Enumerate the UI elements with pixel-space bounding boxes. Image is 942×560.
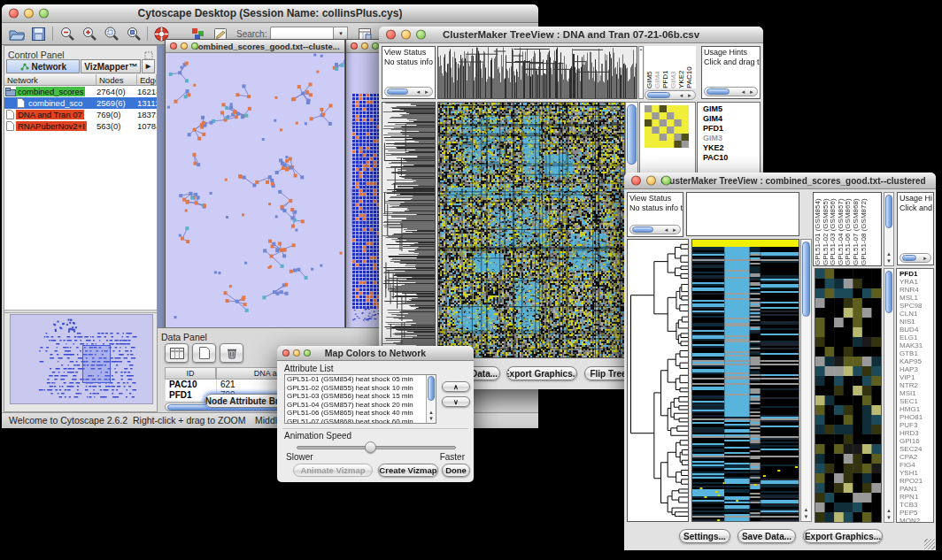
animation-speed-slider[interactable]	[297, 446, 456, 449]
tv1-left-dendrogram[interactable]	[382, 102, 436, 358]
column-header-edges[interactable]: Edges	[137, 74, 157, 86]
column-header-network[interactable]: Network	[4, 74, 97, 86]
tv1-mini-heatmap[interactable]	[645, 105, 689, 148]
move-down-button[interactable]: ∨	[442, 396, 470, 407]
network-list-row[interactable]: combined_sco2569(6)13112(15)	[4, 97, 157, 109]
delete-attribute-button[interactable]	[220, 343, 243, 363]
scrollbar-thumb[interactable]	[647, 92, 670, 98]
network-list-row[interactable]: RNAPuberNov2+I563(0)107847(0)	[4, 120, 157, 132]
export-graphics-button[interactable]: Export Graphics...	[803, 529, 883, 543]
tv2-labels-vscrollbar[interactable]: ▲ ▼	[884, 192, 894, 266]
zoom-button[interactable]	[372, 42, 379, 50]
zoom-out-button[interactable]	[56, 25, 78, 43]
minimize-button[interactable]	[293, 349, 300, 357]
tab-vizmapper[interactable]: VizMapper™	[81, 59, 141, 73]
minimize-button[interactable]	[24, 9, 34, 19]
scrollbar-thumb[interactable]	[802, 242, 810, 317]
attribute-list[interactable]: GPL51-01 (GSM854) heat shock 05 minGPL51…	[284, 374, 436, 424]
tv2-detail-vscrollbar[interactable]: ▲ ▼	[884, 268, 894, 523]
scrollbar-thumb[interactable]	[627, 104, 637, 165]
network-canvas-1[interactable]	[166, 53, 344, 329]
slider-thumb[interactable]	[365, 441, 376, 453]
animate-vizmap-button[interactable]: Animate Vizmap	[293, 464, 373, 477]
zoom-fit-button[interactable]	[122, 25, 144, 43]
export-graphics-button[interactable]: Export Graphics...	[506, 366, 577, 380]
zoom-in-button[interactable]	[78, 25, 100, 43]
float-panel-icon[interactable]	[144, 48, 153, 64]
tv1-top-dendrogram[interactable]	[437, 46, 637, 99]
usage-hints-hscrollbar[interactable]: ►	[900, 253, 931, 263]
zoom-selected-button[interactable]	[100, 25, 122, 43]
new-attribute-button[interactable]	[192, 343, 216, 363]
attribute-list-vscrollbar[interactable]: ▲ ▼	[426, 375, 436, 423]
zoom-button[interactable]	[191, 42, 198, 50]
save-session-button[interactable]	[27, 25, 50, 43]
scroll-down-arrow[interactable]: ▼	[801, 514, 811, 520]
close-button[interactable]	[282, 349, 290, 357]
tv2-heatmap-vscrollbar[interactable]: ▲ ▼	[800, 239, 812, 522]
close-button[interactable]	[386, 30, 396, 40]
view-status-hscrollbar[interactable]: ◄ ►	[384, 87, 433, 96]
usage-hints-hscrollbar[interactable]: ◄ ►	[704, 87, 758, 96]
minimize-button[interactable]	[646, 176, 656, 186]
tab-network[interactable]: Network	[6, 59, 80, 73]
settings-button[interactable]: Settings...	[679, 529, 730, 543]
minimize-button[interactable]	[361, 42, 368, 50]
column-header-nodes[interactable]: Nodes	[97, 74, 137, 86]
close-button[interactable]	[631, 176, 641, 186]
tv2-left-dendrogram[interactable]	[627, 239, 689, 522]
attribute-list-item[interactable]: GPL51-07 (GSM868) heat shock 60 min	[285, 418, 436, 425]
view-status-hscrollbar[interactable]: ◄ ►	[629, 225, 681, 234]
open-session-button[interactable]	[5, 25, 27, 43]
minimize-button[interactable]	[401, 30, 411, 40]
scrollbar-thumb[interactable]	[902, 255, 916, 261]
scrollbar-thumb[interactable]	[885, 195, 892, 228]
attribute-list-item[interactable]: GPL51-06 (GSM865) heat shock 40 min	[285, 409, 436, 418]
tv2-detail-heatmap[interactable]	[815, 268, 882, 523]
attribute-select-button[interactable]	[165, 343, 189, 363]
done-button[interactable]: Done	[442, 464, 470, 477]
resize-grip[interactable]	[924, 539, 935, 549]
attribute-list-item[interactable]: GPL51-03 (GSM856) heat shock 15 min	[285, 392, 436, 401]
zoom-button[interactable]	[304, 349, 311, 357]
minimize-button[interactable]	[181, 42, 188, 50]
attribute-list-item[interactable]: GPL51-02 (GSM855) heat shock 10 min	[285, 384, 436, 393]
zoom-button[interactable]	[416, 30, 426, 40]
create-vizmap-button[interactable]: Create Vizmap	[378, 464, 438, 477]
cytoscape-titlebar[interactable]: Cytoscape Desktop (Session Name: collins…	[2, 4, 538, 23]
scrollbar-thumb[interactable]	[428, 376, 435, 401]
tv1-labels-hscrollbar[interactable]: ◄ ►	[645, 90, 696, 100]
zoom-button[interactable]	[661, 176, 671, 186]
treeview2-titlebar[interactable]: ClusterMaker TreeView : combined_scores_…	[624, 173, 936, 189]
data-column-id[interactable]: ID	[165, 367, 216, 380]
network-window-titlebar[interactable]: combined_scores_good.txt--cluste...	[166, 40, 344, 53]
save-data-button[interactable]: Save Data...	[737, 529, 796, 543]
attribute-list-item[interactable]: GPL51-04 (GSM857) heat shock 20 min	[285, 401, 436, 410]
scroll-down-arrow[interactable]: ▼	[884, 258, 893, 265]
scroll-up-arrow[interactable]: ▲	[427, 410, 436, 416]
close-button[interactable]	[351, 42, 358, 50]
close-button[interactable]	[9, 9, 19, 19]
close-button[interactable]	[170, 42, 177, 50]
attribute-list-item[interactable]: GPL51-01 (GSM854) heat shock 05 min	[285, 375, 436, 384]
scroll-down-arrow[interactable]: ▼	[884, 515, 893, 521]
dialog-titlebar[interactable]: Map Colors to Network	[277, 346, 474, 361]
birdseye-view[interactable]	[10, 314, 153, 404]
scrollbar-thumb[interactable]	[706, 88, 730, 95]
network-list-row[interactable]: DNA and Tran 07769(0)183728(0)	[4, 109, 157, 120]
scroll-down-arrow[interactable]: ▼	[427, 416, 436, 422]
network-list-row[interactable]: combined_scores2764(0)16218(0)	[4, 86, 157, 97]
scrollbar-thumb[interactable]	[632, 226, 653, 233]
scroll-up-arrow[interactable]: ▲	[884, 508, 893, 514]
tv2-top-dendrogram-area[interactable]	[686, 192, 799, 236]
zoom-button[interactable]	[39, 9, 49, 19]
scroll-up-arrow[interactable]: ▲	[801, 507, 811, 513]
treeview1-titlebar[interactable]: ClusterMaker TreeView : DNA and Tran 07-…	[379, 27, 763, 43]
scrollbar-thumb[interactable]	[885, 271, 892, 313]
scrollbar-thumb[interactable]	[387, 88, 408, 95]
move-up-button[interactable]: ∧	[442, 381, 470, 392]
tv2-heatmap[interactable]	[691, 239, 799, 522]
tv1-label-vscrollbar[interactable]: ▲	[638, 46, 644, 99]
tv1-heatmap[interactable]	[437, 102, 625, 358]
panel-splitter[interactable]	[4, 310, 157, 313]
